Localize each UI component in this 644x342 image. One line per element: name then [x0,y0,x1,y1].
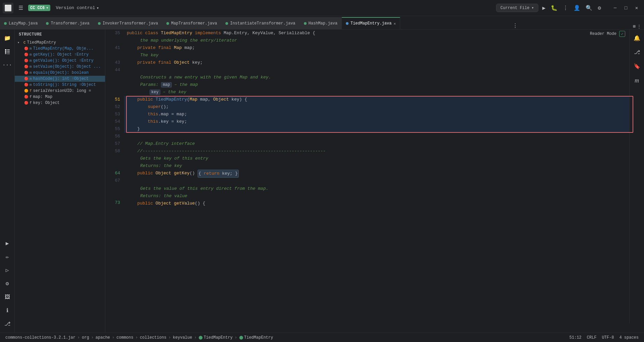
status-encoding[interactable]: UTF-8 [600,335,615,340]
tab-dot-instantiate [225,22,228,25]
breadcrumb-org: org [82,335,89,340]
method-icon-setvalue: m [30,65,32,69]
line-52: 52 [105,103,120,111]
tree-item-map[interactable]: 🔴 f map: Map [15,94,105,100]
run-button[interactable]: ▶ [541,3,547,13]
kw-this-53: this [148,111,158,118]
code-line-54: this.key = key; [124,118,640,125]
titlebar: ⬜ ☰ CC CC6 ▾ Version control ▾ Current F… [0,0,644,16]
activity-more-icon[interactable]: ··· [1,59,13,71]
git-right-icon[interactable]: ⎇ [631,46,643,58]
breadcrumb-apache: apache [96,335,110,340]
code-line-56 [124,133,640,140]
tab-dot-tied-map-entry [346,22,348,25]
line-35: 35 [105,30,120,37]
activity-branch-icon[interactable]: ⎇ [1,318,13,330]
this-key: .key = key; [158,118,187,125]
code-content[interactable]: public class TiedMapEntry implements Map… [124,30,640,333]
activity-folder-icon[interactable]: 📁 [1,32,13,44]
tab-map-transformer[interactable]: MapTransformer.java [162,17,221,29]
activity-image-icon[interactable]: 🖼 [1,291,13,303]
version-control-button[interactable]: Version control ▾ [53,4,102,12]
tree-item-serialversionuid[interactable]: 🟠 f serialVersionUID: long = [15,88,105,94]
close-button[interactable]: ✕ [632,3,641,13]
tree-item-setvalue[interactable]: 🔴 m setValue(Object): Object ... [15,64,105,70]
sidebar-structure: Structure ▾ C TiedMapEntry 🔴 m TiedMapEn… [15,30,105,333]
user-icon[interactable]: 👤 [572,3,582,13]
status-breadcrumb[interactable]: commons-collections-3.2.1.jar › org › ap… [4,335,274,340]
activity-run-icon[interactable]: ▶ [1,237,13,249]
field-icon-serial: f [30,89,32,93]
activity-pencil-icon[interactable]: ✏ [1,251,13,263]
current-file-button[interactable]: Current File ▾ [496,4,538,12]
tab-transformer[interactable]: Transformer.java [42,17,94,29]
code-line-53: this.map = map; [124,111,640,118]
cc-badge[interactable]: CC CC6 ▾ [28,5,50,11]
code-line-73: public Object getValue() { [124,200,640,207]
activity-play-icon[interactable]: ▷ [1,264,13,276]
tree-item-getkey[interactable]: 🔴 m getKey(): Object ↑Entry [15,52,105,58]
status-line-ending[interactable]: CRLF [586,335,598,340]
method-icon-hashcode: m [30,77,32,81]
code-line-comment-key: The key [124,52,640,59]
badge-getkey: 🔴 [24,53,28,57]
comment-58: //--------------------------------------… [127,148,326,155]
tab-dots-icon[interactable]: ⋮ [637,24,641,29]
activity-structure-icon[interactable] [1,46,13,58]
code-line-55: } [124,125,640,133]
tree-item-class[interactable]: ▾ C TiedMapEntry [15,40,105,46]
line-44: 44 [105,66,120,74]
code-container[interactable]: 35 41 43 44 51 52 53 54 55 56 57 58 [105,30,644,333]
tree-item-equals[interactable]: 🔴 m equals(Object): boolean [15,70,105,76]
status-position[interactable]: 51:12 [568,335,583,340]
comment-params2: key – the key [127,89,186,96]
tab-lazy-map[interactable]: LazyMap.java [0,17,42,29]
maximize-button[interactable]: □ [621,3,631,13]
tab-invoker-transformer[interactable]: InvokerTransformer.java [94,17,163,29]
tab-instantiate-transformer[interactable]: InstantiateTransformer.java [221,17,300,29]
settings-header-icon[interactable]: ⚙ [596,3,602,13]
tab-split-icon[interactable]: ⊞ [633,24,636,29]
tree-item-key[interactable]: 🔴 f key: Object [15,100,105,106]
tree-item-tostring[interactable]: 🔴 m toString(): String ↑Object [15,82,105,88]
tab-close-tied-map-entry[interactable]: ✕ [393,21,396,26]
cc-badge-label: CC CC6 [30,6,45,10]
comment-getvalue: Gets the value of this entry direct from… [127,185,268,192]
tree-item-constructor[interactable]: 🔴 m TiedMapEntry(Map, Obje... [15,46,105,52]
type-map: Map [174,44,184,52]
kw-public: public [127,30,145,37]
activity-info-icon[interactable]: ℹ [1,304,13,317]
bookmark-icon[interactable]: 🔖 [631,60,643,72]
current-file-arrow: ▾ [531,5,534,10]
tree-label-hashcode: hashCode(): int ↑Object [33,76,89,81]
code-54-indent [127,118,148,125]
position-label: 51:12 [570,335,582,340]
tab-hashmap[interactable]: HashMap.java [300,17,342,29]
right-m-icon[interactable]: m [631,74,643,87]
tree-item-getvalue[interactable]: 🔴 m getValue(): Object ↑Entry [15,58,105,64]
code-line-params2: key – the key [124,89,640,96]
tab-label-invoker-transformer: InvokerTransformer.java [103,21,158,26]
tab-more-button[interactable]: ⋮ [510,22,521,29]
hamburger-button[interactable]: ☰ [16,3,25,13]
svg-rect-4 [7,52,10,52]
line-43: 43 [105,59,120,66]
tree-item-hashcode[interactable]: 🔴 m hashCode(): int ↑Object [15,76,105,82]
activity-settings-icon[interactable]: ⚙ [1,278,13,290]
notifications-icon[interactable]: 🔔 [631,32,643,44]
more-options-icon[interactable]: ⋮ [561,3,570,13]
tab-dot-transformer [46,22,49,25]
params-open: ( [187,96,190,103]
code-line-constructs: Constructs a new entry with the given Ma… [124,74,640,81]
line-blank4 [105,81,120,89]
status-indent[interactable]: 4 spaces [618,335,640,340]
minimize-button[interactable]: ─ [610,3,620,13]
search-header-icon[interactable]: 🔍 [584,3,594,13]
tab-tied-map-entry[interactable]: TiedMapEntry.java ✕ [342,17,400,29]
version-control-label: Version control [56,5,95,10]
reader-mode-toggle[interactable]: ✓ [619,31,625,37]
tabbar: LazyMap.java Transformer.java InvokerTra… [0,16,644,30]
code-line-35: public class TiedMapEntry implements Map… [124,30,640,37]
code-line-returns-key: Returns: the key [124,162,640,170]
debug-icon[interactable]: 🐛 [549,3,559,13]
